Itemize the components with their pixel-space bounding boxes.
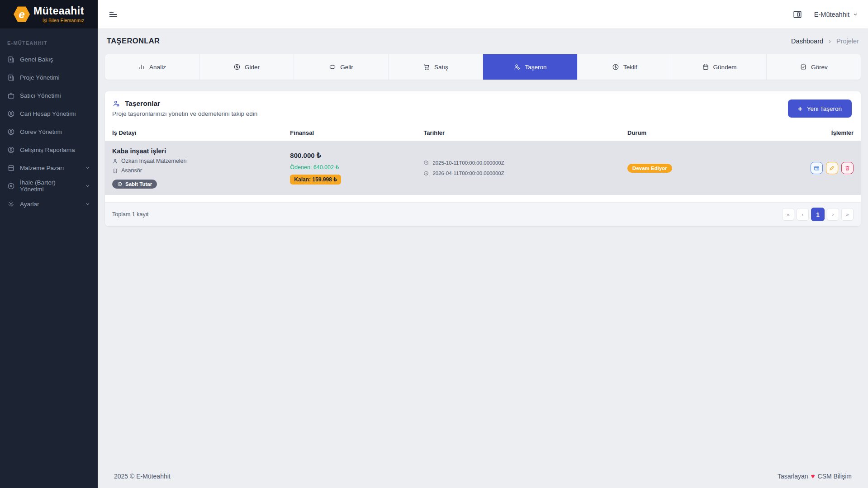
user-circle-icon xyxy=(7,146,15,154)
breadcrumb-separator-icon: › xyxy=(829,37,831,45)
pagination-page-1-button[interactable]: 1 xyxy=(811,208,825,221)
user-circle-icon xyxy=(7,128,15,136)
project-tabs: Analiz Gider Gelir Satış Taşeron Teklif xyxy=(105,54,861,80)
table-row[interactable]: Kaba inşaat işleri Özkan İnşaat Malzemel… xyxy=(105,141,861,195)
breadcrumb-dashboard[interactable]: Dashboard xyxy=(791,38,823,45)
sidebar-item-label: Ayarlar xyxy=(20,201,80,208)
pricing-type-badge: Sabit Tutar xyxy=(112,180,157,189)
new-taseron-button[interactable]: + Yeni Taşeron xyxy=(788,99,852,118)
paid-amount: Ödenen: 640.002 ₺ xyxy=(290,164,339,171)
status-badge: Devam Ediyor xyxy=(627,164,672,173)
heart-icon: ♥ xyxy=(811,472,815,480)
bookmark-icon xyxy=(112,168,118,174)
coin-icon xyxy=(329,63,336,71)
delete-button[interactable] xyxy=(841,162,854,174)
sidebar-item-malzeme-pazari[interactable]: Malzeme Pazarı xyxy=(0,159,98,177)
copyright-text: 2025 © E-Müteahhit xyxy=(114,473,171,480)
target-icon xyxy=(117,181,123,187)
pagination-last-button[interactable]: » xyxy=(841,208,854,221)
column-header-tarihler: Tarihler xyxy=(423,129,627,136)
clock-icon xyxy=(423,171,429,176)
dollar-circle-icon xyxy=(233,63,241,71)
pagination-next-button[interactable]: › xyxy=(827,208,839,221)
trash-icon xyxy=(844,165,850,171)
dollar-circle-icon xyxy=(612,63,619,71)
account-label: E-Müteahhit xyxy=(814,11,849,18)
sidebar-item-cari-hesap-yonetimi[interactable]: Cari Hesap Yönetimi xyxy=(0,104,98,123)
brand-tagline: İşi Bilen Elemanınız xyxy=(43,18,84,23)
end-date: 2026-04-11T00:00:00.000000Z xyxy=(432,171,504,176)
sidebar-item-genel-bakis[interactable]: Genel Bakış xyxy=(0,50,98,68)
sidebar-item-ayarlar[interactable]: Ayarlar xyxy=(0,195,98,213)
sidebar-item-label: Cari Hesap Yönetimi xyxy=(20,110,90,117)
content: TAŞERONLAR Dashboard › Projeler Analiz G… xyxy=(98,28,868,488)
tab-gider[interactable]: Gider xyxy=(199,54,294,80)
pencil-icon xyxy=(829,165,835,171)
account-dropdown[interactable]: E-Müteahhit xyxy=(814,11,858,18)
person-icon xyxy=(112,158,118,164)
column-header-is-detayi: İş Detayı xyxy=(112,129,290,136)
tab-satis[interactable]: Satış xyxy=(389,54,483,80)
sidebar-section-label: E-MÜTEAHHIT xyxy=(0,28,98,50)
sidebar-item-gelismis-raporlama[interactable]: Gelişmiş Raporlama xyxy=(0,141,98,159)
table-header-row: İş Detayı Finansal Tarihler Durum İşleml… xyxy=(105,125,861,141)
chevron-down-icon xyxy=(85,165,90,171)
pagination-prev-button[interactable]: ‹ xyxy=(797,208,809,221)
page-title: TAŞERONLAR xyxy=(107,37,160,45)
checkbox-icon xyxy=(800,63,807,71)
sidebar-item-label: Proje Yönetimi xyxy=(20,74,90,81)
tab-gorev[interactable]: Görev xyxy=(767,54,861,80)
main-area: E-Müteahhit TAŞERONLAR Dashboard › Proje… xyxy=(98,0,868,488)
chevron-down-icon xyxy=(85,183,90,189)
sidebar: e Müteaahit İşi Bilen Elemanınız E-MÜTEA… xyxy=(0,0,98,488)
column-header-islemler: İşlemler xyxy=(750,129,854,136)
tab-gundem[interactable]: Gündem xyxy=(672,54,767,80)
brand-hexagon-icon: e xyxy=(14,6,30,23)
job-title: Kaba inşaat işleri xyxy=(112,147,166,155)
breadcrumb-current: Projeler xyxy=(836,38,859,45)
cart-icon xyxy=(423,63,430,71)
sidebar-item-gorev-yonetimi[interactable]: Görev Yönetimi xyxy=(0,123,98,141)
topbar: E-Müteahhit xyxy=(98,0,868,28)
sidebar-item-label: İhale (Barter) Yönetimi xyxy=(20,179,80,193)
column-header-durum: Durum xyxy=(627,129,749,136)
category-label: Asansör xyxy=(121,167,142,174)
sidebar-item-label: Malzeme Pazarı xyxy=(20,165,80,171)
hamburger-menu-icon[interactable] xyxy=(108,9,119,20)
edit-button[interactable] xyxy=(826,162,838,174)
vendor-name: Özkan İnşaat Malzemeleri xyxy=(121,158,187,164)
tab-taseron[interactable]: Taşeron xyxy=(483,54,578,80)
designer-credit: Tasarlayan ♥ CSM Bilişim xyxy=(778,472,852,480)
user-gear-icon xyxy=(112,99,120,108)
building-icon xyxy=(7,74,15,81)
card-title: Taşeronlar xyxy=(125,99,160,108)
sidebar-item-satici-yonetimi[interactable]: Satıcı Yönetimi xyxy=(0,86,98,104)
coin-circle-icon xyxy=(7,182,15,190)
card-subtitle: Proje taşeronlarınızı yönetin ve ödemele… xyxy=(112,110,257,117)
sidebar-item-proje-yonetimi[interactable]: Proje Yönetimi xyxy=(0,68,98,86)
bar-chart-icon xyxy=(138,63,145,71)
user-circle-icon xyxy=(7,110,15,118)
calendar-icon xyxy=(702,63,709,71)
storefront-icon xyxy=(7,164,15,172)
payments-button[interactable] xyxy=(811,162,823,174)
page-footer: 2025 © E-Müteahhit Tasarlayan ♥ CSM Bili… xyxy=(105,465,861,488)
breadcrumb: Dashboard › Projeler xyxy=(791,37,859,45)
tab-teklif[interactable]: Teklif xyxy=(578,54,672,80)
record-count: Toplam 1 kayıt xyxy=(112,211,149,218)
brand-logo[interactable]: e Müteaahit İşi Bilen Elemanınız xyxy=(0,0,98,28)
tab-analiz[interactable]: Analiz xyxy=(105,54,199,80)
start-date: 2025-10-11T00:00:00.000000Z xyxy=(432,160,504,166)
sidebar-item-label: Gelişmiş Raporlama xyxy=(20,147,90,153)
user-gear-icon xyxy=(513,63,521,71)
tab-gelir[interactable]: Gelir xyxy=(294,54,389,80)
pagination-first-button[interactable]: « xyxy=(782,208,794,221)
remaining-amount-badge: Kalan: 159.998 ₺ xyxy=(290,175,341,185)
sidebar-item-label: Satıcı Yönetimi xyxy=(20,92,90,99)
wallet-icon xyxy=(814,165,820,171)
panel-toggle-icon[interactable] xyxy=(792,9,802,19)
column-header-finansal: Finansal xyxy=(290,129,423,136)
sidebar-item-ihale-barter-yonetimi[interactable]: İhale (Barter) Yönetimi xyxy=(0,177,98,195)
plus-icon: + xyxy=(798,105,802,113)
total-amount: 800.000 ₺ xyxy=(290,152,321,160)
